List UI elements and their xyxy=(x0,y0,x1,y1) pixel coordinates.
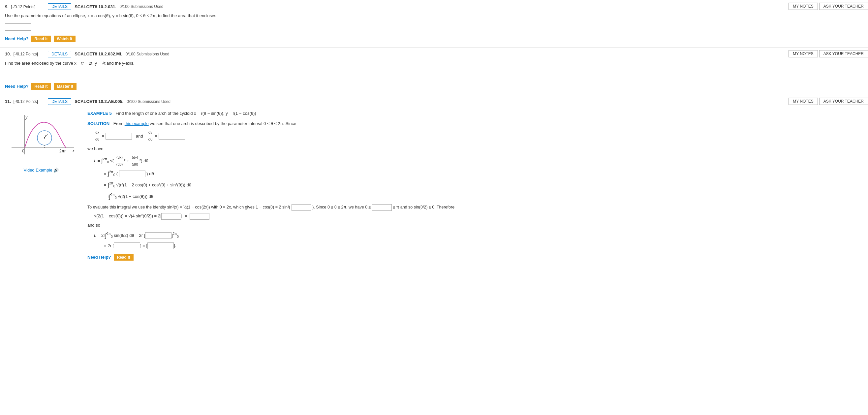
dy-frac: dy dθ xyxy=(148,129,153,143)
problem-10-header: 10. [-/0.12 Points] DETAILS SCALCET8 10.… xyxy=(5,51,863,57)
L-eq4: = r∫2π0 √(2(1 − cos(θ))) dθ. xyxy=(104,191,863,202)
top-right-11: MY NOTES ASK YOUR TEACHER xyxy=(788,98,868,105)
problem-9-header: 9. [-/0.12 Points] DETAILS SCALCET8 10.2… xyxy=(5,3,863,10)
solution-area-11: EXAMPLE 5 Find the length of one arch of… xyxy=(87,108,863,261)
problem-9-number: 9. [-/0.12 Points] xyxy=(5,4,44,9)
L-eq2: = ∫2π0 ( ) dθ xyxy=(104,169,863,179)
diagram-area-11: y x 0 2πr r Video Example 🔊 xyxy=(5,108,78,261)
L-final1: L = 2r∫2π0 sin(θ/2) dθ = 2r []2π0 xyxy=(94,230,863,241)
identity-input1[interactable] xyxy=(291,204,311,211)
problem-9: 9. [-/0.12 Points] DETAILS SCALCET8 10.2… xyxy=(0,0,868,48)
ask-teacher-button-11[interactable]: ASK YOUR TEACHER xyxy=(819,98,868,105)
identity-input2[interactable] xyxy=(372,204,392,211)
details-button-11[interactable]: DETAILS xyxy=(48,98,71,105)
top-right-10: MY NOTES ASK YOUR TEACHER xyxy=(788,50,868,57)
svg-point-9 xyxy=(44,137,45,139)
need-help-label-10: Need Help? xyxy=(5,84,29,89)
dx-dy-row: dx dθ = and dy dθ = xyxy=(94,129,863,143)
svg-text:0: 0 xyxy=(22,149,24,153)
dx-frac: dx dθ xyxy=(95,129,100,143)
master-it-button-10[interactable]: Master It xyxy=(54,83,76,90)
problem-11: 11. [-/0.12 Points] DETAILS SCALCET8 10.… xyxy=(0,95,868,267)
submissions-10: 0/100 Submissions Used xyxy=(126,52,169,56)
watch-it-button-9[interactable]: Watch It xyxy=(54,36,75,42)
read-it-button-10[interactable]: Read It xyxy=(31,83,51,90)
L-eq1: L = ∫2π0 √( (dx) (dθ) ² + (dy) (dθ) ²) d… xyxy=(94,154,863,168)
cycloid-diagram: y x 0 2πr r xyxy=(5,112,78,164)
my-notes-button-9[interactable]: MY NOTES xyxy=(788,3,817,10)
answer-input-9[interactable] xyxy=(5,23,31,31)
read-it-button-9[interactable]: Read It xyxy=(31,36,51,42)
read-it-button-11[interactable]: Read It xyxy=(114,254,133,261)
and-so: and so xyxy=(87,221,863,229)
L-final2: = 2r [] = []. xyxy=(104,242,863,249)
svg-text:r: r xyxy=(45,134,47,138)
L-final1-input[interactable] xyxy=(145,232,172,239)
from-example-link[interactable]: this example xyxy=(125,121,149,126)
need-help-10: Need Help? Read It Master It xyxy=(5,83,863,90)
problem-11-header: 11. [-/0.12 Points] DETAILS SCALCET8 10.… xyxy=(5,98,863,105)
problem-11-number: 11. [-/0.12 Points] xyxy=(5,99,44,104)
solution-intro-line: SOLUTION From this example we see that o… xyxy=(87,120,863,127)
dx-input[interactable] xyxy=(105,133,132,140)
example-title-line: EXAMPLE 5 Find the length of one arch of… xyxy=(87,110,863,117)
svg-text:y: y xyxy=(25,115,28,120)
example-section-11: y x 0 2πr r Video Example 🔊 xyxy=(5,108,863,261)
dy-frac2: (dy) (dθ) xyxy=(131,154,139,168)
ask-teacher-button-10[interactable]: ASK YOUR TEACHER xyxy=(819,50,868,57)
top-right-9: MY NOTES ASK YOUR TEACHER xyxy=(788,3,868,10)
L-eq2-input[interactable] xyxy=(119,171,146,177)
problem-10-number: 10. [-/0.12 Points] xyxy=(5,52,44,56)
problem-10: 10. [-/0.12 Points] DETAILS SCALCET8 10.… xyxy=(0,48,868,95)
problem-id-10: SCALCET8 10.2.032.MI. xyxy=(74,52,122,56)
svg-text:2πr: 2πr xyxy=(59,149,66,153)
problem-id-11: SCALCET8 10.2.AE.005. xyxy=(74,99,123,104)
need-help-label-9: Need Help? xyxy=(5,36,29,41)
L-final2-input2[interactable] xyxy=(147,242,174,249)
need-help-9: Need Help? Read It Watch It xyxy=(5,36,863,42)
sqrt-eq: √(2(1 − cos(θ))) = √(4 sin²(θ/2)) = 2|| … xyxy=(94,212,863,220)
svg-text:x: x xyxy=(72,148,75,153)
ask-teacher-button-9[interactable]: ASK YOUR TEACHER xyxy=(819,3,868,10)
answer-input-10[interactable] xyxy=(5,71,31,78)
problem-10-text: Find the area enclosed by the curve x = … xyxy=(5,60,863,67)
sqrt-input1[interactable] xyxy=(161,213,181,220)
video-example-link[interactable]: Video Example 🔊 xyxy=(5,168,78,173)
need-help-11: Need Help? Read It xyxy=(87,254,863,261)
details-button-9[interactable]: DETAILS xyxy=(48,3,71,10)
identity-line: To evaluate this integral we use the ide… xyxy=(87,204,863,211)
we-have: we have xyxy=(87,145,863,152)
dx-frac2: (dx) (dθ) xyxy=(116,154,124,168)
problem-id-9: SCALCET8 10.2.031. xyxy=(74,4,116,9)
problem-9-text: Use the parametric equations of an ellip… xyxy=(5,12,863,20)
sqrt-input2[interactable] xyxy=(190,213,209,220)
L-eq3: = ∫2π0 √(r²(1 − 2 cos(θ) + cos²(θ) + sin… xyxy=(104,180,863,190)
my-notes-button-11[interactable]: MY NOTES xyxy=(788,98,817,105)
my-notes-button-10[interactable]: MY NOTES xyxy=(788,50,817,57)
dy-input[interactable] xyxy=(159,133,185,140)
submissions-11: 0/100 Submissions Used xyxy=(127,99,170,104)
need-help-label-11: Need Help? xyxy=(87,254,111,261)
submissions-9: 0/100 Submissions Used xyxy=(120,4,163,9)
details-button-10[interactable]: DETAILS xyxy=(48,51,71,57)
L-final2-input1[interactable] xyxy=(114,242,140,249)
